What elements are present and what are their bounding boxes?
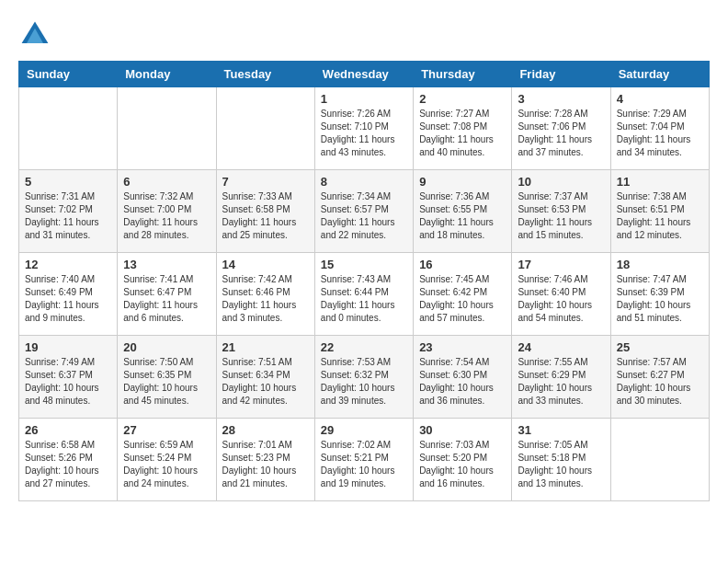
day-number: 22 xyxy=(321,340,407,354)
day-info: Sunrise: 7:34 AM Sunset: 6:57 PM Dayligh… xyxy=(321,190,407,242)
day-info: Sunrise: 7:42 AM Sunset: 6:46 PM Dayligh… xyxy=(222,273,309,325)
day-number: 4 xyxy=(617,92,703,106)
day-number: 18 xyxy=(617,258,703,271)
day-number: 5 xyxy=(25,175,111,189)
calendar-cell: 24Sunrise: 7:55 AM Sunset: 6:29 PM Dayli… xyxy=(512,336,610,419)
weekday-header-wednesday: Wednesday xyxy=(314,62,413,87)
calendar-cell: 27Sunrise: 6:59 AM Sunset: 5:24 PM Dayli… xyxy=(118,419,216,501)
calendar-week-5: 26Sunrise: 6:58 AM Sunset: 5:26 PM Dayli… xyxy=(19,419,710,501)
calendar-cell: 19Sunrise: 7:49 AM Sunset: 6:37 PM Dayli… xyxy=(19,336,118,419)
day-info: Sunrise: 7:33 AM Sunset: 6:58 PM Dayligh… xyxy=(222,190,309,242)
calendar-cell: 26Sunrise: 6:58 AM Sunset: 5:26 PM Dayli… xyxy=(19,419,118,501)
calendar-week-1: 1Sunrise: 7:26 AM Sunset: 7:10 PM Daylig… xyxy=(19,87,710,170)
day-info: Sunrise: 7:57 AM Sunset: 6:27 PM Dayligh… xyxy=(617,356,703,408)
logo-icon xyxy=(18,18,51,52)
day-info: Sunrise: 7:50 AM Sunset: 6:35 PM Dayligh… xyxy=(123,356,210,408)
weekday-header-row: SundayMondayTuesdayWednesdayThursdayFrid… xyxy=(19,62,710,87)
calendar-cell: 22Sunrise: 7:53 AM Sunset: 6:32 PM Dayli… xyxy=(314,336,413,419)
calendar-week-3: 12Sunrise: 7:40 AM Sunset: 6:49 PM Dayli… xyxy=(19,253,710,336)
day-number: 6 xyxy=(123,175,210,189)
day-number: 19 xyxy=(25,340,111,354)
calendar-cell: 12Sunrise: 7:40 AM Sunset: 6:49 PM Dayli… xyxy=(19,253,118,336)
logo xyxy=(18,18,57,52)
day-info: Sunrise: 7:26 AM Sunset: 7:10 PM Dayligh… xyxy=(321,108,407,159)
weekday-header-saturday: Saturday xyxy=(610,62,709,87)
calendar-cell: 8Sunrise: 7:34 AM Sunset: 6:57 PM Daylig… xyxy=(314,170,413,253)
day-info: Sunrise: 7:41 AM Sunset: 6:47 PM Dayligh… xyxy=(123,273,210,325)
day-number: 27 xyxy=(123,423,210,437)
day-info: Sunrise: 7:28 AM Sunset: 7:06 PM Dayligh… xyxy=(518,108,604,159)
day-info: Sunrise: 7:53 AM Sunset: 6:32 PM Dayligh… xyxy=(321,356,407,408)
day-info: Sunrise: 7:27 AM Sunset: 7:08 PM Dayligh… xyxy=(419,108,506,159)
day-info: Sunrise: 7:32 AM Sunset: 7:00 PM Dayligh… xyxy=(123,190,210,242)
day-number: 31 xyxy=(518,423,604,437)
day-number: 26 xyxy=(25,423,111,437)
calendar-cell xyxy=(118,87,216,170)
calendar-cell xyxy=(216,87,314,170)
day-info: Sunrise: 7:40 AM Sunset: 6:49 PM Dayligh… xyxy=(25,273,111,325)
day-info: Sunrise: 7:47 AM Sunset: 6:39 PM Dayligh… xyxy=(617,273,703,325)
day-info: Sunrise: 7:37 AM Sunset: 6:53 PM Dayligh… xyxy=(518,190,604,242)
day-info: Sunrise: 7:43 AM Sunset: 6:44 PM Dayligh… xyxy=(321,273,407,325)
day-number: 13 xyxy=(123,258,210,271)
day-number: 3 xyxy=(518,92,604,106)
calendar-cell: 4Sunrise: 7:29 AM Sunset: 7:04 PM Daylig… xyxy=(610,87,709,170)
day-info: Sunrise: 7:01 AM Sunset: 5:23 PM Dayligh… xyxy=(222,439,309,490)
day-info: Sunrise: 7:46 AM Sunset: 6:40 PM Dayligh… xyxy=(518,273,604,325)
calendar-cell: 17Sunrise: 7:46 AM Sunset: 6:40 PM Dayli… xyxy=(512,253,610,336)
day-number: 30 xyxy=(419,423,506,437)
calendar-cell: 9Sunrise: 7:36 AM Sunset: 6:55 PM Daylig… xyxy=(414,170,512,253)
day-number: 8 xyxy=(321,175,407,189)
calendar-cell: 14Sunrise: 7:42 AM Sunset: 6:46 PM Dayli… xyxy=(216,253,314,336)
weekday-header-tuesday: Tuesday xyxy=(216,62,314,87)
calendar-cell: 21Sunrise: 7:51 AM Sunset: 6:34 PM Dayli… xyxy=(216,336,314,419)
day-number: 29 xyxy=(321,423,407,437)
calendar-cell: 16Sunrise: 7:45 AM Sunset: 6:42 PM Dayli… xyxy=(414,253,512,336)
day-number: 1 xyxy=(321,92,407,106)
day-number: 15 xyxy=(321,258,407,271)
day-number: 23 xyxy=(419,340,506,354)
day-number: 14 xyxy=(222,258,309,271)
calendar-cell: 2Sunrise: 7:27 AM Sunset: 7:08 PM Daylig… xyxy=(414,87,512,170)
calendar-cell: 29Sunrise: 7:02 AM Sunset: 5:21 PM Dayli… xyxy=(314,419,413,501)
day-info: Sunrise: 7:54 AM Sunset: 6:30 PM Dayligh… xyxy=(419,356,506,408)
day-number: 28 xyxy=(222,423,309,437)
weekday-header-thursday: Thursday xyxy=(414,62,512,87)
day-number: 24 xyxy=(518,340,604,354)
day-info: Sunrise: 7:51 AM Sunset: 6:34 PM Dayligh… xyxy=(222,356,309,408)
day-info: Sunrise: 7:02 AM Sunset: 5:21 PM Dayligh… xyxy=(321,439,407,490)
day-info: Sunrise: 7:36 AM Sunset: 6:55 PM Dayligh… xyxy=(419,190,506,242)
day-info: Sunrise: 7:03 AM Sunset: 5:20 PM Dayligh… xyxy=(419,439,506,490)
calendar-week-2: 5Sunrise: 7:31 AM Sunset: 7:02 PM Daylig… xyxy=(19,170,710,253)
day-number: 16 xyxy=(419,258,506,271)
day-number: 17 xyxy=(518,258,604,271)
calendar-cell: 15Sunrise: 7:43 AM Sunset: 6:44 PM Dayli… xyxy=(314,253,413,336)
calendar-cell: 18Sunrise: 7:47 AM Sunset: 6:39 PM Dayli… xyxy=(610,253,709,336)
day-number: 10 xyxy=(518,175,604,189)
calendar-cell: 5Sunrise: 7:31 AM Sunset: 7:02 PM Daylig… xyxy=(19,170,118,253)
day-info: Sunrise: 7:45 AM Sunset: 6:42 PM Dayligh… xyxy=(419,273,506,325)
day-info: Sunrise: 6:59 AM Sunset: 5:24 PM Dayligh… xyxy=(123,439,210,490)
calendar-cell: 7Sunrise: 7:33 AM Sunset: 6:58 PM Daylig… xyxy=(216,170,314,253)
day-info: Sunrise: 7:49 AM Sunset: 6:37 PM Dayligh… xyxy=(25,356,111,408)
calendar-cell xyxy=(610,419,709,501)
weekday-header-sunday: Sunday xyxy=(19,62,118,87)
day-info: Sunrise: 6:58 AM Sunset: 5:26 PM Dayligh… xyxy=(25,439,111,490)
day-number: 7 xyxy=(222,175,309,189)
day-number: 25 xyxy=(617,340,703,354)
calendar-cell: 10Sunrise: 7:37 AM Sunset: 6:53 PM Dayli… xyxy=(512,170,610,253)
day-number: 11 xyxy=(617,175,703,189)
day-info: Sunrise: 7:29 AM Sunset: 7:04 PM Dayligh… xyxy=(617,108,703,159)
day-number: 20 xyxy=(123,340,210,354)
page-header xyxy=(18,18,710,52)
calendar-cell: 31Sunrise: 7:05 AM Sunset: 5:18 PM Dayli… xyxy=(512,419,610,501)
day-info: Sunrise: 7:55 AM Sunset: 6:29 PM Dayligh… xyxy=(518,356,604,408)
weekday-header-friday: Friday xyxy=(512,62,610,87)
calendar-cell: 23Sunrise: 7:54 AM Sunset: 6:30 PM Dayli… xyxy=(414,336,512,419)
day-number: 12 xyxy=(25,258,111,271)
calendar-cell: 1Sunrise: 7:26 AM Sunset: 7:10 PM Daylig… xyxy=(314,87,413,170)
day-info: Sunrise: 7:38 AM Sunset: 6:51 PM Dayligh… xyxy=(617,190,703,242)
calendar-cell: 30Sunrise: 7:03 AM Sunset: 5:20 PM Dayli… xyxy=(414,419,512,501)
calendar-cell xyxy=(19,87,118,170)
calendar-cell: 13Sunrise: 7:41 AM Sunset: 6:47 PM Dayli… xyxy=(118,253,216,336)
